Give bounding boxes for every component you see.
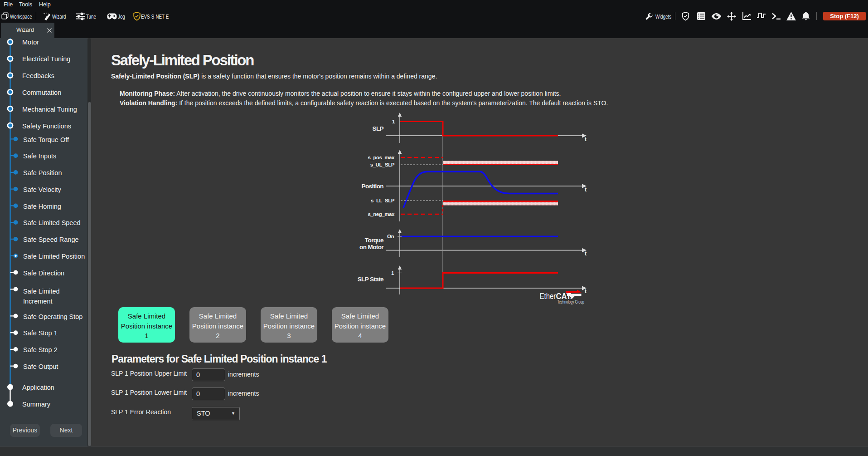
svg-text:t: t <box>585 136 587 142</box>
svg-text:s_LL_SLP: s_LL_SLP <box>371 198 395 203</box>
svg-text:Ether: Ether <box>540 292 556 301</box>
svg-text:SLP State: SLP State <box>358 276 384 283</box>
svg-text:Technology Group: Technology Group <box>558 299 584 304</box>
svg-text:s_UL_SLP: s_UL_SLP <box>370 162 395 167</box>
svg-text:t: t <box>585 250 587 257</box>
svg-text:1: 1 <box>391 270 394 276</box>
svg-text:1: 1 <box>392 119 395 124</box>
svg-text:Position: Position <box>362 183 384 190</box>
svg-text:On: On <box>387 234 394 239</box>
svg-text:t: t <box>585 288 587 294</box>
svg-text:s_neg_max: s_neg_max <box>368 211 395 217</box>
svg-text:SLP: SLP <box>373 125 384 132</box>
svg-text:t: t <box>585 186 587 193</box>
svg-text:Torque: Torque <box>365 237 384 244</box>
svg-text:s_pos_max: s_pos_max <box>368 155 395 160</box>
svg-text:on Motor: on Motor <box>359 244 384 250</box>
